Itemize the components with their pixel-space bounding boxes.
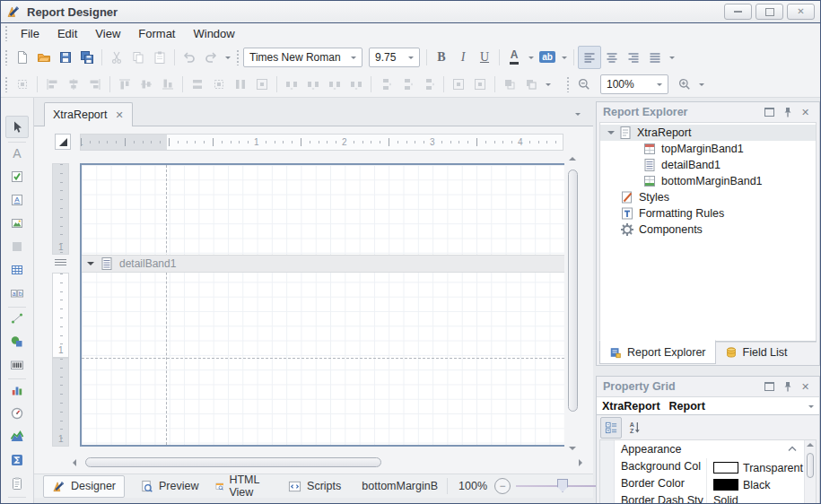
html-view-button[interactable]: HTML View <box>207 476 274 497</box>
horizontal-spacing-equal-icon[interactable] <box>281 74 302 95</box>
tree-item-formatting-rules[interactable]: Formatting Rules <box>600 205 816 222</box>
tree-expand-caret-icon[interactable] <box>607 131 615 138</box>
align-justify-button[interactable] <box>644 47 666 68</box>
paste-button[interactable] <box>149 47 170 68</box>
scripts-view-button[interactable]: Scripts <box>280 476 349 497</box>
center-vertically-icon[interactable] <box>469 74 491 95</box>
close-button[interactable]: ✕ <box>787 4 815 20</box>
toolbox-line-tool[interactable] <box>10 311 24 326</box>
bold-button[interactable]: B <box>431 47 452 68</box>
open-button[interactable] <box>33 47 55 68</box>
detail-band-header[interactable]: detailBand1 <box>82 255 564 273</box>
menu-view[interactable]: View <box>86 25 129 42</box>
toolbox-chart-tool[interactable] <box>10 383 24 397</box>
toolbox-sparkline-tool[interactable] <box>10 430 24 444</box>
align-middles-icon[interactable] <box>135 74 157 95</box>
zoom-toolbar-grip[interactable] <box>566 76 571 92</box>
designer-view-button[interactable]: Designer <box>43 475 125 498</box>
menu-window[interactable]: Window <box>184 25 243 42</box>
scroll-down-icon[interactable] <box>569 447 576 450</box>
tree-item-bottommarginband[interactable]: bottomMarginBand1 <box>600 173 816 189</box>
menu-edit[interactable]: Edit <box>48 25 86 42</box>
increase-vertical-spacing-icon[interactable] <box>397 74 418 95</box>
propgrid-close-icon[interactable]: ✕ <box>798 380 813 394</box>
copy-button[interactable] <box>127 47 149 68</box>
zoom-in-button[interactable] <box>674 74 695 95</box>
align-tops-icon[interactable] <box>114 74 135 95</box>
vertical-spacing-equal-icon[interactable] <box>375 74 397 95</box>
layout-toolbar-grip[interactable] <box>4 76 9 92</box>
redo-button[interactable] <box>200 47 222 68</box>
menubar-grip[interactable] <box>4 25 9 41</box>
align-rights-icon[interactable] <box>84 74 106 95</box>
toolbox-checkbox-tool[interactable] <box>10 169 24 184</box>
font-name-combo[interactable]: Times New Roman <box>243 48 362 67</box>
property-row-border-color[interactable]: Border Color Black <box>600 475 804 493</box>
toolbox-pivotgrid-tool[interactable] <box>10 453 24 467</box>
tree-item-detailband[interactable]: detailBand1 <box>600 157 816 173</box>
decrease-vertical-spacing-icon[interactable] <box>418 74 440 95</box>
save-button[interactable] <box>55 47 76 68</box>
category-collapse-chevron-icon[interactable] <box>788 446 797 452</box>
vertical-scroll-thumb[interactable] <box>568 169 578 412</box>
undo-button[interactable] <box>179 47 200 68</box>
align-centers-icon[interactable] <box>63 74 84 95</box>
propgrid-scrollbar[interactable] <box>804 440 816 504</box>
zoom-out-button[interactable] <box>573 74 595 95</box>
alphabetical-sort-button[interactable]: AZ <box>624 418 644 438</box>
toolbox-picturebox-tool[interactable] <box>10 216 24 230</box>
menu-format[interactable]: Format <box>129 25 184 42</box>
highlight-dropdown[interactable] <box>558 47 570 68</box>
toolbox-panel-tool[interactable] <box>10 239 24 254</box>
highlight-button[interactable]: ab <box>537 47 558 68</box>
remove-horizontal-spacing-icon[interactable] <box>345 74 367 95</box>
make-same-size-icon[interactable] <box>251 74 273 95</box>
font-color-button[interactable]: A <box>503 47 525 68</box>
bring-to-front-icon[interactable] <box>499 74 520 95</box>
center-horizontally-icon[interactable] <box>448 74 469 95</box>
preview-view-button[interactable]: Preview <box>132 476 206 497</box>
cut-button[interactable] <box>106 47 127 68</box>
format-overflow-dropdown[interactable] <box>666 47 677 68</box>
panel-maximize-icon[interactable] <box>762 106 777 119</box>
propgrid-pin-icon[interactable] <box>780 380 795 394</box>
toolbox-label-tool[interactable]: A <box>10 146 24 161</box>
align-center-button[interactable] <box>601 47 623 68</box>
categorized-view-button[interactable] <box>600 417 622 439</box>
zoom-combo[interactable]: 100% <box>600 74 668 94</box>
toolbox-character-comb-tool[interactable]: ab <box>10 286 24 300</box>
tree-item-styles[interactable]: Styles <box>600 189 816 205</box>
band-collapse-caret-icon[interactable] <box>87 262 94 269</box>
object-selector-combo[interactable]: XtraReport Report <box>597 396 819 415</box>
horizontal-scrollbar[interactable] <box>71 456 584 470</box>
menu-file[interactable]: File <box>12 25 48 42</box>
category-row-appearance[interactable]: Appearance <box>600 440 804 459</box>
decrease-horizontal-spacing-icon[interactable] <box>324 74 345 95</box>
underline-button[interactable]: U <box>474 47 495 68</box>
font-color-dropdown[interactable] <box>525 47 537 68</box>
font-size-combo[interactable]: 9.75 <box>369 48 420 67</box>
tree-item-topmarginband[interactable]: topMarginBand1 <box>600 141 816 157</box>
document-tab-xtrareport[interactable]: XtraReport ✕ <box>44 102 133 126</box>
propgrid-scroll-thumb[interactable] <box>807 453 814 478</box>
toolbox-shape-tool[interactable] <box>10 335 24 349</box>
zoom-slider-thumb[interactable] <box>557 479 568 492</box>
horizontal-scroll-thumb[interactable] <box>85 457 381 467</box>
align-lefts-icon[interactable] <box>41 74 63 95</box>
property-row-background-color[interactable]: Background Col Transparent <box>600 458 804 476</box>
toolbox-table-tool[interactable] <box>10 263 24 277</box>
align-bottoms-icon[interactable] <box>157 74 179 95</box>
zoom-overflow-dropdown[interactable] <box>695 74 707 95</box>
layout-overflow-dropdown[interactable] <box>542 74 554 95</box>
align-to-grid-icon[interactable] <box>12 74 33 95</box>
scroll-right-icon[interactable] <box>579 459 582 466</box>
toolbar-overflow-dropdown[interactable] <box>222 47 233 68</box>
send-to-back-icon[interactable] <box>520 74 542 95</box>
align-left-button[interactable] <box>578 46 601 69</box>
format-toolbar-grip[interactable] <box>236 49 240 65</box>
make-same-height-icon[interactable] <box>230 74 251 95</box>
toolbox-gauge-tool[interactable] <box>10 406 24 421</box>
italic-button[interactable]: I <box>452 47 474 68</box>
minimize-button[interactable] <box>724 4 752 20</box>
vertical-scrollbar[interactable] <box>564 152 582 456</box>
